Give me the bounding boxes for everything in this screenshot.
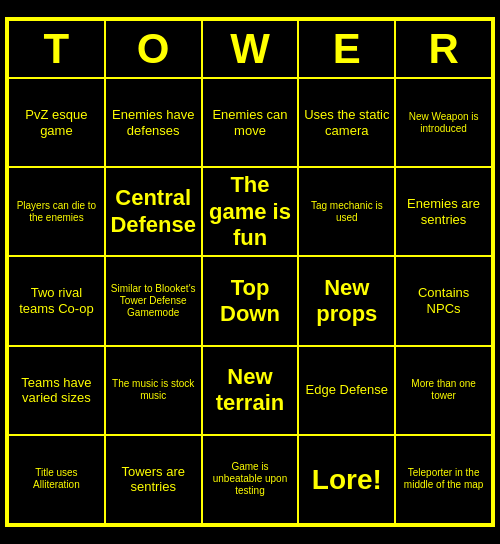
bingo-cell-text-9: Enemies are sentries	[400, 196, 487, 227]
bingo-cell-text-19: More than one tower	[400, 378, 487, 402]
bingo-cell-16: The music is stock music	[105, 346, 202, 435]
bingo-cell-18: Edge Defense	[298, 346, 395, 435]
bingo-cell-text-21: Towers are sentries	[110, 464, 197, 495]
bingo-cell-13: New props	[298, 256, 395, 345]
bingo-cell-text-2: Enemies can move	[207, 107, 294, 138]
bingo-cell-text-20: Title uses Alliteration	[13, 467, 100, 491]
bingo-cell-text-11: Similar to Blooket's Tower Defense Gamem…	[110, 283, 197, 319]
bingo-cell-5: Players can die to the enemies	[8, 167, 105, 256]
bingo-cell-text-8: Tag mechanic is used	[303, 200, 390, 224]
bingo-cell-text-7: The game is fun	[207, 172, 294, 251]
bingo-cell-6: Central Defense	[105, 167, 202, 256]
bingo-cell-text-0: PvZ esque game	[13, 107, 100, 138]
header-letter-E: E	[298, 20, 395, 78]
header-letter-T: T	[8, 20, 105, 78]
bingo-cell-text-10: Two rival teams Co-op	[13, 285, 100, 316]
bingo-cell-24: Teleporter in the middle of the map	[395, 435, 492, 524]
bingo-cell-text-3: Uses the static camera	[303, 107, 390, 138]
bingo-cell-text-24: Teleporter in the middle of the map	[400, 467, 487, 491]
bingo-cell-21: Towers are sentries	[105, 435, 202, 524]
header-letter-O: O	[105, 20, 202, 78]
bingo-cell-text-22: Game is unbeatable upon testing	[207, 461, 294, 497]
bingo-cell-8: Tag mechanic is used	[298, 167, 395, 256]
bingo-cell-4: New Weapon is introduced	[395, 78, 492, 167]
bingo-cell-20: Title uses Alliteration	[8, 435, 105, 524]
bingo-cell-text-5: Players can die to the enemies	[13, 200, 100, 224]
bingo-cell-0: PvZ esque game	[8, 78, 105, 167]
header-letter-R: R	[395, 20, 492, 78]
bingo-cell-text-12: Top Down	[207, 275, 294, 328]
bingo-cell-text-17: New terrain	[207, 364, 294, 417]
bingo-cell-10: Two rival teams Co-op	[8, 256, 105, 345]
header-letter-W: W	[202, 20, 299, 78]
bingo-cell-text-6: Central Defense	[110, 185, 197, 238]
bingo-cell-1: Enemies have defenses	[105, 78, 202, 167]
bingo-cell-12: Top Down	[202, 256, 299, 345]
bingo-cell-3: Uses the static camera	[298, 78, 395, 167]
bingo-cell-14: Contains NPCs	[395, 256, 492, 345]
bingo-cell-text-1: Enemies have defenses	[110, 107, 197, 138]
bingo-cell-17: New terrain	[202, 346, 299, 435]
bingo-grid: PvZ esque gameEnemies have defensesEnemi…	[8, 78, 492, 524]
bingo-cell-text-16: The music is stock music	[110, 378, 197, 402]
bingo-cell-text-23: Lore!	[312, 463, 382, 497]
bingo-cell-11: Similar to Blooket's Tower Defense Gamem…	[105, 256, 202, 345]
bingo-cell-text-4: New Weapon is introduced	[400, 111, 487, 135]
bingo-card: TOWER PvZ esque gameEnemies have defense…	[5, 17, 495, 527]
bingo-cell-text-13: New props	[303, 275, 390, 328]
bingo-cell-19: More than one tower	[395, 346, 492, 435]
bingo-cell-23: Lore!	[298, 435, 395, 524]
bingo-cell-15: Teams have varied sizes	[8, 346, 105, 435]
bingo-cell-text-18: Edge Defense	[306, 382, 388, 398]
bingo-cell-2: Enemies can move	[202, 78, 299, 167]
bingo-cell-7: The game is fun	[202, 167, 299, 256]
bingo-cell-text-14: Contains NPCs	[400, 285, 487, 316]
bingo-cell-22: Game is unbeatable upon testing	[202, 435, 299, 524]
bingo-header: TOWER	[8, 20, 492, 78]
bingo-cell-text-15: Teams have varied sizes	[13, 375, 100, 406]
bingo-cell-9: Enemies are sentries	[395, 167, 492, 256]
